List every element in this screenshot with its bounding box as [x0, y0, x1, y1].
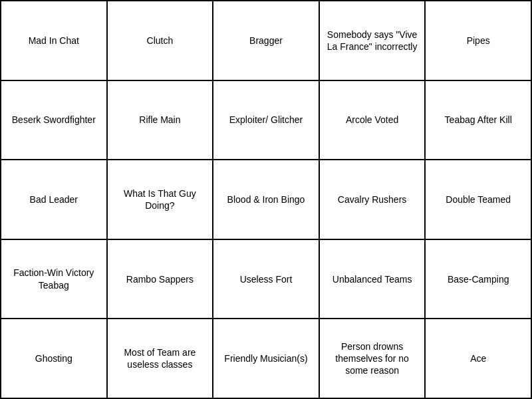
- bingo-cell-r1c2[interactable]: Exploiter/ Glitcher: [213, 81, 320, 161]
- bingo-grid: Mad In ChatClutchBraggerSomebody says "V…: [0, 0, 532, 399]
- bingo-cell-r0c2[interactable]: Bragger: [213, 1, 320, 81]
- bingo-cell-r4c0[interactable]: Ghosting: [1, 319, 108, 399]
- bingo-cell-r1c4[interactable]: Teabag After Kill: [426, 81, 532, 161]
- bingo-cell-r0c0[interactable]: Mad In Chat: [1, 1, 108, 81]
- bingo-cell-r2c2[interactable]: Blood & Iron Bingo: [213, 160, 320, 240]
- bingo-cell-r4c2[interactable]: Friendly Musician(s): [213, 319, 320, 399]
- bingo-cell-r3c2[interactable]: Useless Fort: [213, 240, 320, 320]
- bingo-cell-r3c0[interactable]: Faction-Win Victory Teabag: [1, 240, 108, 320]
- bingo-cell-r1c3[interactable]: Arcole Voted: [320, 81, 426, 161]
- bingo-cell-r2c1[interactable]: What Is That Guy Doing?: [108, 160, 214, 240]
- bingo-cell-r2c4[interactable]: Double Teamed: [426, 160, 532, 240]
- bingo-cell-r0c4[interactable]: Pipes: [426, 1, 532, 81]
- bingo-cell-r0c3[interactable]: Somebody says "Vive La France" incorrect…: [320, 1, 426, 81]
- bingo-cell-r2c0[interactable]: Bad Leader: [1, 160, 108, 240]
- bingo-cell-r3c1[interactable]: Rambo Sappers: [108, 240, 214, 320]
- bingo-cell-r0c1[interactable]: Clutch: [108, 1, 214, 81]
- bingo-cell-r4c4[interactable]: Ace: [426, 319, 532, 399]
- bingo-cell-r3c3[interactable]: Unbalanced Teams: [320, 240, 426, 320]
- bingo-cell-r1c0[interactable]: Beserk Swordfighter: [1, 81, 108, 161]
- bingo-cell-r4c1[interactable]: Most of Team are useless classes: [108, 319, 214, 399]
- bingo-cell-r1c1[interactable]: Rifle Main: [108, 81, 214, 161]
- bingo-cell-r2c3[interactable]: Cavalry Rushers: [320, 160, 426, 240]
- bingo-cell-r3c4[interactable]: Base-Camping: [426, 240, 532, 320]
- bingo-cell-r4c3[interactable]: Person drowns themselves for no some rea…: [320, 319, 426, 399]
